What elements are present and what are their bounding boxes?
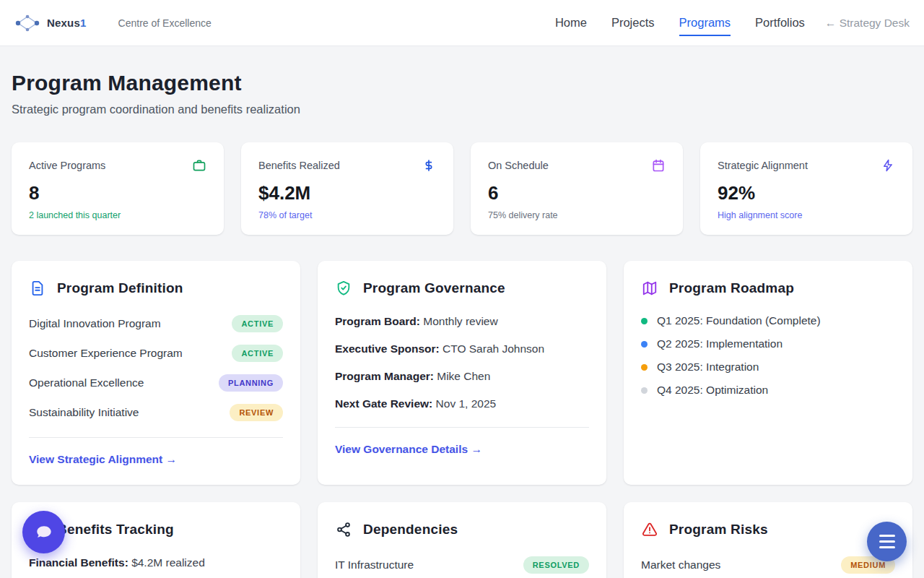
stat-value: $4.2M [258, 182, 436, 204]
nav-programs[interactable]: Programs [679, 16, 731, 30]
governance-row: Executive Sponsor: CTO Sarah Johnson [335, 342, 589, 357]
milestone-text: Q2 2025: Implementation [657, 337, 783, 350]
stat-value: 6 [488, 182, 666, 204]
page-subtitle: Strategic program coordination and benef… [12, 103, 912, 116]
roadmap-milestone: Q4 2025: Optimization [641, 384, 895, 397]
brand-name: Nexus1 [47, 17, 87, 29]
cards-row-2: Benefits Tracking Financial Benefits: $4… [12, 502, 912, 578]
card-title: Program Risks [669, 522, 768, 538]
divider [29, 437, 283, 438]
benefits-row: Financial Benefits: $4.2M realized [29, 556, 283, 571]
list-item: IT Infrastructure RESOLVED [335, 556, 589, 574]
kv-label: Next Gate Review: [335, 397, 432, 410]
kv-value: $4.2M realized [131, 556, 205, 569]
governance-row: Program Manager: Mike Chen [335, 369, 589, 384]
program-name: Sustainability Initiative [29, 406, 139, 419]
kv-value: Mike Chen [437, 370, 490, 382]
file-text-icon [29, 280, 46, 297]
stat-subtext: 78% of target [258, 210, 436, 220]
program-governance-card: Program Governance Program Board: Monthl… [318, 261, 606, 485]
zap-icon [881, 158, 895, 173]
kv-value: Monthly review [423, 315, 497, 327]
share-network-icon [335, 521, 352, 538]
list-item: Customer Experience Program ACTIVE [29, 344, 283, 363]
milestone-text: Q4 2025: Optimization [657, 384, 768, 397]
stat-subtext: High alignment score [718, 210, 895, 220]
stat-subtext: 75% delivery rate [488, 210, 666, 220]
brand-logo[interactable]: Nexus1 [14, 14, 87, 33]
stat-label: On Schedule [488, 160, 549, 171]
list-item: Sustainability Initiative REVIEW [29, 403, 283, 422]
milestone-text: Q1 2025: Foundation (Complete) [657, 314, 821, 327]
program-name: Operational Excellence [29, 376, 144, 389]
stat-card-on-schedule: On Schedule 6 75% delivery rate [471, 142, 683, 235]
top-nav-bar: Nexus1 Centre of Excellence Home Project… [0, 0, 924, 46]
roadmap-milestone: Q2 2025: Implementation [641, 337, 895, 350]
dependency-name: IT Infrastructure [335, 558, 414, 571]
nav-projects[interactable]: Projects [611, 16, 655, 30]
status-badge: ACTIVE [232, 315, 283, 332]
risk-name: Market changes [641, 558, 720, 571]
program-name: Customer Experience Program [29, 347, 183, 360]
kv-value: CTO Sarah Johnson [443, 342, 544, 355]
stats-row: Active Programs 8 2 launched this quarte… [12, 142, 912, 235]
alert-triangle-icon [641, 521, 658, 538]
view-governance-details-link[interactable]: View Governance Details → [335, 443, 482, 456]
stat-value: 92% [718, 182, 895, 204]
map-icon [641, 280, 658, 297]
divider [335, 427, 589, 428]
view-strategic-alignment-link[interactable]: View Strategic Alignment → [29, 453, 177, 466]
shield-check-icon [335, 280, 352, 297]
status-badge: PLANNING [219, 374, 283, 392]
stat-label: Active Programs [29, 160, 105, 171]
list-item: Market changes MEDIUM [641, 556, 895, 574]
program-definition-card: Program Definition Digital Innovation Pr… [12, 261, 300, 485]
milestone-dot [641, 341, 648, 348]
card-title: Program Definition [57, 280, 183, 296]
card-title: Program Roadmap [669, 280, 794, 296]
card-title: Program Governance [363, 280, 505, 296]
roadmap-milestone: Q1 2025: Foundation (Complete) [641, 314, 895, 327]
list-item: Digital Innovation Program ACTIVE [29, 314, 283, 333]
dependencies-card: Dependencies IT Infrastructure RESOLVED … [318, 502, 606, 578]
stat-label: Benefits Realized [258, 160, 340, 171]
list-item: Operational Excellence PLANNING [29, 374, 283, 392]
kv-value: Nov 1, 2025 [436, 397, 497, 410]
chat-fab-button[interactable] [22, 511, 65, 553]
kv-label: Executive Sponsor: [335, 342, 440, 355]
kv-label: Program Manager: [335, 370, 434, 382]
page-title: Program Management [12, 71, 912, 95]
stat-label: Strategic Alignment [718, 160, 808, 171]
program-name: Digital Innovation Program [29, 317, 161, 330]
program-roadmap-card: Program Roadmap Q1 2025: Foundation (Com… [624, 261, 912, 485]
milestone-dot [641, 387, 648, 394]
stat-card-benefits-realized: Benefits Realized $4.2M 78% of target [241, 142, 453, 235]
nav-portfolios[interactable]: Portfolios [755, 16, 805, 30]
milestone-text: Q3 2025: Integration [657, 361, 759, 374]
org-subtitle: Centre of Excellence [118, 17, 212, 29]
roadmap-milestone: Q3 2025: Integration [641, 361, 895, 374]
kv-label: Financial Benefits: [29, 556, 128, 569]
status-badge: ACTIVE [232, 345, 283, 362]
governance-row: Next Gate Review: Nov 1, 2025 [335, 397, 589, 412]
status-badge: RESOLVED [523, 556, 589, 574]
page-header: Program Management Strategic program coo… [0, 46, 924, 116]
card-title: Dependencies [363, 522, 458, 538]
briefcase-icon [192, 158, 206, 173]
chat-bubble-icon [34, 522, 54, 543]
strategy-desk-back-link[interactable]: ← Strategy Desk [825, 17, 910, 30]
milestone-dot [641, 318, 648, 324]
stat-card-strategic-alignment: Strategic Alignment 92% High alignment s… [700, 142, 912, 235]
governance-row: Program Board: Monthly review [335, 314, 589, 329]
card-title: Benefits Tracking [57, 522, 174, 538]
stat-subtext: 2 launched this quarter [29, 210, 206, 220]
stat-value: 8 [29, 182, 206, 204]
dollar-icon [422, 158, 436, 173]
menu-fab-button[interactable] [867, 522, 907, 561]
milestone-dot [641, 364, 648, 371]
cards-row-1: Program Definition Digital Innovation Pr… [12, 261, 912, 485]
nav-home[interactable]: Home [555, 16, 587, 30]
nexus-logo-icon [14, 14, 40, 33]
kv-label: Program Board: [335, 315, 420, 327]
main-nav: Home Projects Programs Portfolios [555, 16, 805, 30]
